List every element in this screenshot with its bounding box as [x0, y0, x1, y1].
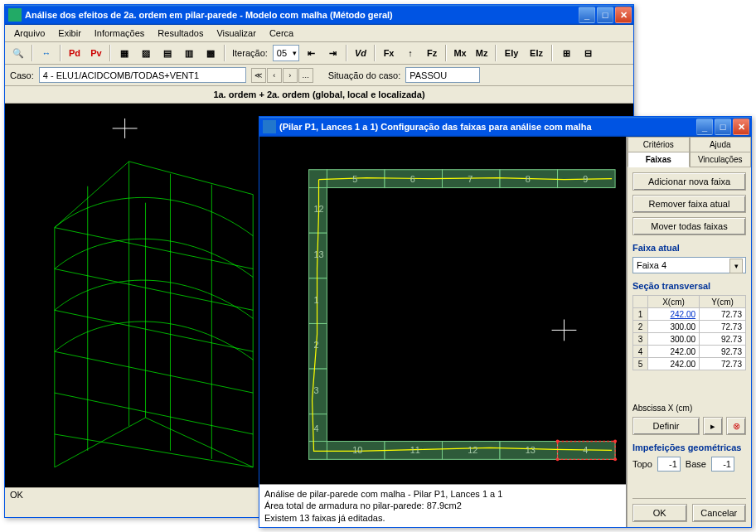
mz-button[interactable]: Mz	[472, 44, 492, 62]
table-row: 4242.0092.73	[633, 346, 746, 358]
faixa-title: (Pilar P1, Lances 1 a 1) Configuração da…	[279, 122, 696, 132]
iter-combo[interactable]: 05	[273, 45, 299, 61]
abscissa-label: Abscissa X (cm)	[632, 404, 746, 413]
base-label: Base	[686, 459, 706, 469]
app-icon	[8, 8, 22, 22]
svg-text:6: 6	[410, 174, 415, 184]
caso-dots[interactable]: …	[298, 68, 313, 83]
svg-text:8: 8	[526, 174, 531, 184]
faixa-viewport[interactable]: 56789 12131234 101112134	[259, 137, 626, 484]
fz-button[interactable]: Fz	[422, 44, 442, 62]
menu-cerca[interactable]: Cerca	[264, 27, 299, 40]
tool-g2[interactable]: ▨	[136, 44, 156, 62]
x-button[interactable]: ⊗	[726, 417, 746, 435]
main-title: Análise dos efeitos de 2a. ordem em pila…	[25, 10, 579, 20]
main-toolbar: 🔍 ↔ Pd Pv ▦ ▨ ▤ ▥ ▩ Iteração: 05 ⇤ ⇥ Vd …	[5, 42, 633, 65]
svg-text:10: 10	[352, 445, 362, 455]
svg-text:5: 5	[352, 174, 357, 184]
base-field[interactable]	[711, 457, 734, 472]
right-panel: Critérios Ajuda Faixas Vinculações Adici…	[627, 137, 751, 527]
caso-field[interactable]	[39, 67, 246, 83]
menu-visualizar[interactable]: Visualizar	[211, 27, 262, 40]
tab-vinculacoes[interactable]: Vinculações	[690, 152, 752, 167]
vd-button[interactable]: Vd	[351, 44, 371, 62]
tool-g5[interactable]: ▩	[201, 44, 220, 62]
caso-next[interactable]: ›	[283, 68, 298, 83]
topo-field[interactable]	[657, 457, 681, 472]
main-heading: 1a. ordem + 2a. ordem (global, local e l…	[5, 86, 633, 104]
faixa-combo[interactable]: Faixa 4	[632, 257, 746, 273]
faixa-maximize-button[interactable]: □	[715, 118, 731, 135]
svg-text:4: 4	[583, 445, 588, 455]
eiz-button[interactable]: EIz	[525, 44, 548, 62]
secao-label: Seção transversal	[632, 281, 746, 291]
fx-button[interactable]: Fx	[379, 44, 399, 62]
coord-table[interactable]: X(cm)Y(cm) 1242.0072.73 2300.0072.73 330…	[632, 295, 746, 370]
svg-rect-2	[309, 170, 327, 188]
svg-text:12: 12	[468, 445, 477, 455]
main-menubar: Arquivo Exibir Informações Resultados Vi…	[5, 25, 633, 42]
svg-point-22	[613, 440, 617, 443]
svg-text:12: 12	[314, 204, 324, 214]
definir-button[interactable]: Definir	[632, 417, 700, 435]
faixa-atual-label: Faixa atual	[632, 243, 746, 253]
mx-button[interactable]: Mx	[450, 44, 470, 62]
ok-button[interactable]: OK	[632, 504, 687, 522]
caso-prev[interactable]: ‹	[267, 68, 282, 83]
tool-arrow[interactable]: ↔	[36, 44, 56, 62]
maximize-button[interactable]: □	[597, 7, 613, 23]
svg-point-23	[613, 457, 617, 461]
tool-g3[interactable]: ▤	[158, 44, 177, 62]
imperf-label: Impefeições geométricas	[632, 443, 746, 452]
eiy-button[interactable]: EIy	[500, 44, 523, 62]
zoom-button[interactable]: 🔍	[8, 44, 28, 62]
iter-label: Iteração:	[229, 48, 271, 58]
table-row: 2300.0072.73	[633, 321, 746, 333]
cancel-button[interactable]: Cancelar	[692, 504, 747, 522]
add-faixa-button[interactable]: Adicionar nova faixa	[632, 172, 746, 191]
move-faixas-button[interactable]: Mover todas faixas	[632, 217, 746, 235]
faixa-window: (Pilar P1, Lances 1 a 1) Configuração da…	[259, 116, 752, 528]
iter-next[interactable]: ⇥	[322, 44, 342, 62]
plan-drawing: 56789 12131234 101112134	[259, 137, 626, 482]
svg-text:13: 13	[526, 445, 536, 455]
caso-first[interactable]: ≪	[251, 68, 266, 83]
tool-x1[interactable]: ⊞	[556, 44, 576, 62]
main-titlebar[interactable]: Análise dos efeitos de 2a. ordem em pila…	[5, 5, 633, 25]
caso-row: Caso: ≪ ‹ › … Situação do caso:	[5, 65, 633, 86]
t-up[interactable]: ↑	[400, 44, 420, 62]
remove-faixa-button[interactable]: Remover faixa atual	[632, 195, 746, 213]
minimize-button[interactable]: _	[579, 7, 595, 23]
menu-informacoes[interactable]: Informações	[89, 27, 151, 40]
tab-criterios[interactable]: Critérios	[628, 137, 690, 152]
svg-text:9: 9	[583, 174, 588, 184]
pd-button[interactable]: Pd	[65, 44, 85, 62]
svg-text:1: 1	[314, 295, 319, 305]
table-row: 3300.0092.73	[633, 333, 746, 346]
topo-label: Topo	[632, 459, 652, 469]
faixa-close-button[interactable]: ✕	[733, 118, 749, 135]
pv-button[interactable]: Pv	[86, 44, 106, 62]
tool-x2[interactable]: ⊟	[578, 44, 598, 62]
table-row: 1242.0072.73	[633, 308, 746, 321]
faixa-minimize-button[interactable]: _	[696, 118, 713, 135]
svg-text:11: 11	[410, 445, 420, 455]
menu-resultados[interactable]: Resultados	[152, 27, 209, 40]
svg-text:3: 3	[314, 385, 319, 395]
close-button[interactable]: ✕	[615, 7, 632, 23]
svg-text:7: 7	[468, 174, 472, 184]
tab-ajuda[interactable]: Ajuda	[690, 137, 752, 152]
iter-prev[interactable]: ⇤	[301, 44, 321, 62]
tab-faixas[interactable]: Faixas	[628, 152, 690, 167]
situ-label: Situação do caso:	[328, 70, 400, 80]
menu-exibir[interactable]: Exibir	[52, 27, 87, 40]
svg-point-24	[556, 457, 560, 461]
arrow-button[interactable]: ▸	[703, 417, 723, 435]
menu-arquivo[interactable]: Arquivo	[8, 27, 51, 40]
svg-text:13: 13	[314, 249, 324, 259]
tool-g4[interactable]: ▥	[179, 44, 199, 62]
faixa-app-icon	[263, 120, 276, 133]
tool-g1[interactable]: ▦	[114, 44, 134, 62]
svg-rect-14	[309, 441, 327, 459]
faixa-titlebar[interactable]: (Pilar P1, Lances 1 a 1) Configuração da…	[259, 117, 751, 137]
